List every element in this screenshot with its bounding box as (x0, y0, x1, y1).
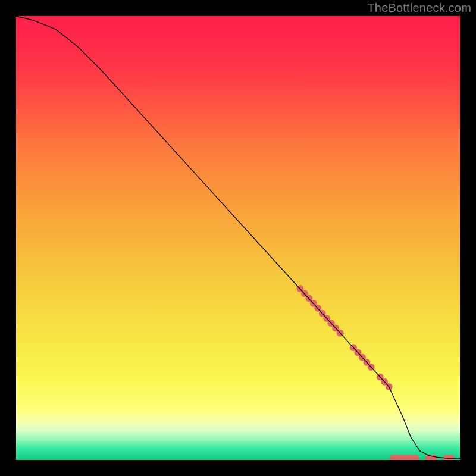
gradient-background (16, 16, 460, 460)
gradient-plot (16, 16, 460, 460)
plot-svg (16, 16, 460, 460)
watermark-label: TheBottleneck.com (367, 1, 471, 15)
chart-frame: TheBottleneck.com (0, 0, 476, 476)
